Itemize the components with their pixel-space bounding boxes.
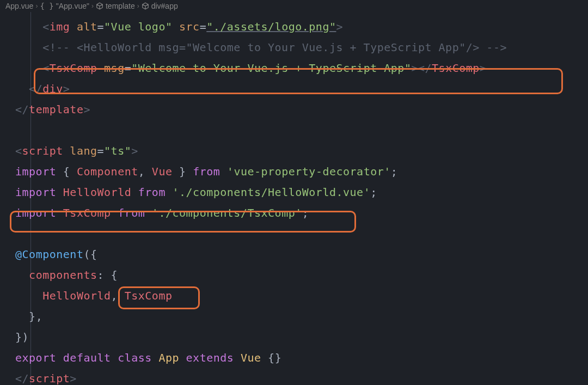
code-line[interactable]: export default class App extends Vue {} — [15, 347, 588, 368]
symbol-icon — [96, 2, 103, 10]
code-line[interactable]: }) — [15, 327, 588, 347]
code-line[interactable]: </div> — [15, 78, 588, 99]
breadcrumb-element[interactable]: div#app — [151, 2, 178, 10]
chevron-right-icon: › — [91, 2, 94, 10]
code-line[interactable]: </script> — [15, 368, 588, 385]
code-content[interactable]: <img alt="Vue logo" src="./assets/logo.p… — [0, 16, 588, 385]
code-line[interactable]: components: { — [15, 265, 588, 285]
code-line[interactable]: <TsxComp msg="Welcome to Your Vue.js + T… — [15, 58, 588, 78]
code-line[interactable]: HelloWorld, TsxComp — [15, 285, 588, 306]
code-line[interactable] — [15, 120, 588, 140]
code-line[interactable]: <!-- <HelloWorld msg="Welcome to Your Vu… — [15, 37, 588, 58]
chevron-right-icon: › — [137, 2, 139, 10]
code-line[interactable]: <img alt="Vue logo" src="./assets/logo.p… — [15, 16, 588, 37]
breadcrumb-section[interactable]: "App.vue" — [56, 2, 89, 10]
code-line[interactable]: @Component({ — [15, 244, 588, 265]
code-line[interactable]: import { Component, Vue } from 'vue-prop… — [15, 161, 588, 182]
symbol-icon — [142, 2, 149, 10]
code-line[interactable]: }, — [15, 306, 588, 327]
code-line[interactable]: <script lang="ts"> — [15, 140, 588, 161]
code-line[interactable]: import TsxComp from './components/TsxCom… — [15, 203, 588, 223]
breadcrumb-template[interactable]: template — [106, 2, 135, 10]
code-line[interactable]: </template> — [15, 99, 588, 120]
code-line[interactable] — [15, 223, 588, 244]
breadcrumb-file[interactable]: App.vue — [5, 2, 33, 10]
code-editor[interactable]: <img alt="Vue logo" src="./assets/logo.p… — [0, 12, 588, 385]
braces-icon: { } — [40, 2, 53, 10]
code-line[interactable]: import HelloWorld from './components/Hel… — [15, 182, 588, 203]
chevron-right-icon: › — [35, 2, 38, 10]
breadcrumb[interactable]: App.vue › { } "App.vue" › template › div… — [0, 0, 588, 12]
